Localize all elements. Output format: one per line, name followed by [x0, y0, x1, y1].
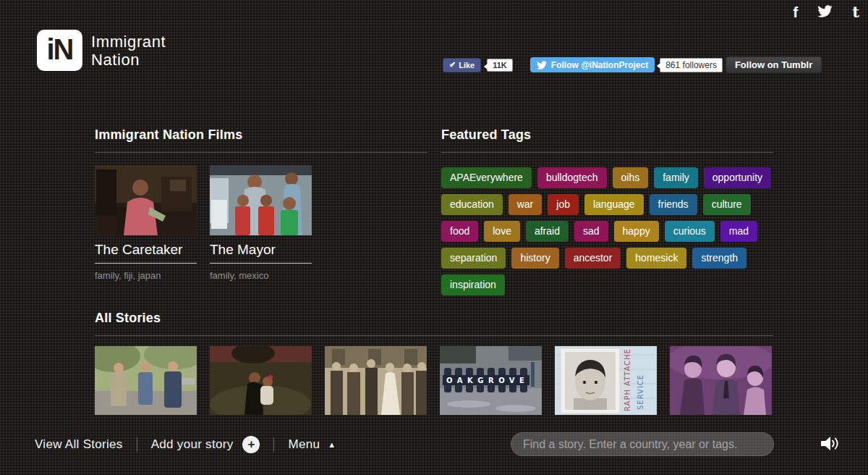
- logo-line1: Immigrant: [91, 33, 166, 51]
- immigrant-nation-page: f t iN Immigrant Nation ✔ Like 11K Follo…: [0, 0, 868, 475]
- story-thumbnails-row: OAKGROVE RAPH ATTACHE SERV: [95, 346, 773, 415]
- story-photo-children: [210, 346, 312, 415]
- tag-love[interactable]: love: [484, 221, 520, 242]
- story-thumbnail-1[interactable]: [95, 346, 197, 415]
- twitter-follow-button[interactable]: Follow @iNationProject: [530, 57, 655, 72]
- twitter-icon[interactable]: [817, 5, 833, 20]
- story-photo-parade: OAKGROVE: [440, 346, 542, 415]
- tag-bulldogtech[interactable]: bulldogtech: [537, 167, 607, 188]
- site-logo[interactable]: iN Immigrant Nation: [37, 30, 166, 71]
- tag-inspiration[interactable]: inspiration: [441, 274, 505, 295]
- section-divider: [441, 152, 773, 153]
- film-title: The Caretaker: [95, 235, 197, 264]
- tag-education[interactable]: education: [441, 194, 503, 215]
- parade-letters: OAKGROVE: [446, 377, 529, 384]
- tag-language[interactable]: language: [584, 194, 644, 215]
- films-section-title: Immigrant Nation Films: [95, 127, 427, 143]
- volume-icon[interactable]: [820, 436, 839, 451]
- tag-ancestor[interactable]: ancestor: [565, 248, 621, 269]
- like-label: Like: [459, 61, 475, 70]
- films-section: Immigrant Nation Films The Caretaker fam…: [95, 127, 427, 281]
- tag-oihs[interactable]: oihs: [613, 167, 649, 188]
- film-title: The Mayor: [210, 235, 312, 264]
- story-thumbnail-2[interactable]: [210, 346, 312, 415]
- speaker-icon: [820, 436, 839, 451]
- tag-family[interactable]: family: [654, 167, 698, 188]
- add-story-plus-icon[interactable]: +: [242, 436, 260, 453]
- svg-text:SERVICE: SERVICE: [637, 374, 644, 410]
- section-divider: [95, 152, 427, 153]
- tag-war[interactable]: war: [509, 194, 542, 215]
- twitter-followers-badge: 861 followers: [660, 58, 723, 72]
- stories-section-title: All Stories: [95, 311, 773, 326]
- tag-opportunity[interactable]: opportunity: [704, 167, 771, 188]
- tag-separation[interactable]: separation: [441, 248, 506, 269]
- logo-mark: iN: [37, 30, 82, 71]
- twitter-bird-icon: [537, 61, 547, 70]
- tag-homesick[interactable]: homesick: [626, 248, 686, 269]
- check-icon: ✔: [449, 60, 456, 70]
- social-share-bar: ✔ Like 11K Follow @iNationProject 861 fo…: [443, 56, 822, 73]
- tag-friends[interactable]: friends: [650, 194, 697, 215]
- tag-apaeverywhere[interactable]: APAEverywhere: [441, 167, 532, 188]
- tag-food[interactable]: food: [441, 221, 478, 242]
- facebook-like-button[interactable]: ✔ Like: [443, 58, 481, 72]
- menu-label: Menu: [288, 437, 320, 452]
- tag-afraid[interactable]: afraid: [526, 221, 569, 242]
- tag-curious[interactable]: curious: [665, 221, 715, 242]
- logo-text: Immigrant Nation: [91, 33, 166, 71]
- story-photo-purple: [670, 346, 772, 415]
- tag-mad[interactable]: mad: [720, 221, 757, 242]
- twitter-bird-icon: [817, 5, 833, 17]
- film-tags: family, mexico: [210, 264, 312, 281]
- story-photo-passport: RAPH ATTACHE SERVICE: [555, 346, 657, 415]
- tag-sad[interactable]: sad: [574, 221, 608, 242]
- story-thumbnail-3[interactable]: [325, 346, 427, 415]
- story-thumbnail-4[interactable]: OAKGROVE: [440, 346, 542, 415]
- top-social-icons: f t: [793, 4, 859, 20]
- film-image-caretaker: [95, 165, 197, 235]
- story-thumbnail-6[interactable]: [670, 346, 772, 415]
- footer-nav: View All Stories Add your story + Menu ▲: [35, 434, 336, 455]
- tag-happy[interactable]: happy: [614, 221, 659, 242]
- facebook-icon[interactable]: f: [793, 4, 798, 20]
- tumblr-follow-button[interactable]: Follow on Tumblr: [726, 56, 822, 73]
- tags-section-title: Featured Tags: [441, 127, 783, 143]
- film-card-caretaker[interactable]: The Caretaker family, fiji, japan: [95, 165, 197, 281]
- tag-strength[interactable]: strength: [692, 248, 746, 269]
- films-row: The Caretaker family, fiji, japan: [95, 165, 427, 281]
- film-tags: family, fiji, japan: [95, 264, 197, 281]
- menu-button[interactable]: Menu ▲: [288, 437, 336, 452]
- chevron-up-icon: ▲: [328, 440, 336, 449]
- add-your-story-link[interactable]: Add your story: [151, 437, 234, 452]
- twitter-follow-label: Follow @iNationProject: [551, 60, 648, 70]
- tag-culture[interactable]: culture: [703, 194, 751, 215]
- search-input[interactable]: [511, 432, 774, 456]
- all-stories-section: All Stories: [95, 311, 773, 415]
- divider: [273, 437, 274, 452]
- tag-history[interactable]: history: [511, 248, 558, 269]
- story-photo-wedding: [325, 346, 427, 415]
- story-thumbnail-5[interactable]: RAPH ATTACHE SERVICE: [555, 346, 657, 415]
- featured-tags-list: APAEverywherebulldogtechoihsfamilyopport…: [441, 167, 783, 295]
- story-photo-outdoors: [95, 346, 197, 415]
- svg-text:RAPH ATTACHE: RAPH ATTACHE: [624, 348, 631, 411]
- featured-tags-section: Featured Tags APAEverywherebulldogtechoi…: [441, 127, 783, 295]
- logo-line2: Nation: [91, 51, 166, 69]
- film-card-mayor[interactable]: The Mayor family, mexico: [210, 165, 312, 281]
- like-count-badge: 11K: [487, 59, 513, 72]
- divider: [137, 437, 137, 452]
- view-all-stories-link[interactable]: View All Stories: [35, 437, 123, 452]
- tag-job[interactable]: job: [548, 194, 579, 215]
- film-image-mayor: [210, 165, 312, 235]
- tumblr-icon[interactable]: t: [852, 4, 859, 20]
- section-divider: [95, 335, 773, 336]
